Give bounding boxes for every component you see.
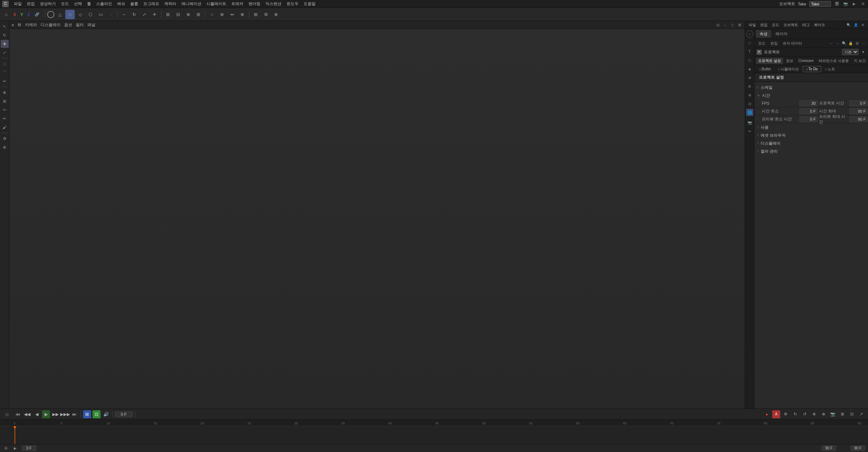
note-tab-todo[interactable]: □To Do xyxy=(803,66,821,72)
menu-edit[interactable]: 편집 xyxy=(27,1,35,7)
toolbar-icon-home[interactable]: ⌂ xyxy=(1,10,11,19)
tl-prev-btn[interactable]: ◀◀ xyxy=(23,410,31,418)
tl-corner-icon[interactable]: ◇ xyxy=(3,410,11,418)
tl-current-frame-input[interactable] xyxy=(115,411,133,417)
section-tab-reference[interactable]: 레퍼런스로 사용중 xyxy=(816,58,851,64)
spline-mode-btn[interactable]: ◇ xyxy=(75,10,85,19)
section-color-header[interactable]: › 컬러 관리 xyxy=(754,147,868,155)
tl-prev-frame-btn[interactable]: ◀ xyxy=(33,410,41,418)
note-tab-bullet[interactable]: □Bullet xyxy=(756,66,774,72)
rp-icon-tag[interactable]: ⊗ xyxy=(746,91,753,99)
tool-box[interactable]: □ xyxy=(1,60,9,68)
rp-icon-camera2[interactable]: 🌐 xyxy=(746,109,753,116)
nav-lock-icon[interactable]: 🔒 xyxy=(848,41,853,46)
menu-mograph[interactable]: 모그래프 xyxy=(143,1,159,7)
rp-menu-tag[interactable]: 태그 xyxy=(801,22,811,28)
app-icon[interactable]: C xyxy=(2,1,9,7)
tool-4[interactable]: ⊞ xyxy=(1,97,9,105)
menu-tools[interactable]: 툴 xyxy=(87,1,91,7)
local-space-btn[interactable]: ⊟ xyxy=(173,10,183,19)
menu-help[interactable]: 도움말 xyxy=(304,1,316,7)
rotate-tool-btn[interactable]: ↻ xyxy=(129,10,139,19)
rp-menu-mode[interactable]: 모드 xyxy=(770,22,781,28)
tool-5[interactable]: ✄ xyxy=(1,106,9,114)
tl-play-btn[interactable]: ▶ xyxy=(42,410,50,418)
project-more-icon[interactable]: ▼ xyxy=(861,50,866,55)
menu-spline[interactable]: 스플라인 xyxy=(96,1,112,7)
render-icon[interactable]: 🎬 xyxy=(834,1,840,7)
vp-icon-4[interactable]: ⊞ xyxy=(737,22,742,28)
tl-preview-end-input[interactable] xyxy=(851,445,865,451)
tl-end-frame-input[interactable] xyxy=(822,445,836,451)
rp-settings-icon[interactable]: ⚙ xyxy=(860,22,866,28)
move-tool-btn[interactable]: ↔ xyxy=(119,10,129,19)
tab-properties[interactable]: 속성 xyxy=(756,30,771,38)
tl-icon-1[interactable]: ↻ xyxy=(791,410,799,418)
vp-icon-3[interactable]: □ xyxy=(729,22,735,28)
tool-paint[interactable]: ✏ xyxy=(1,77,9,85)
brush-btn[interactable]: ⊕ xyxy=(217,10,227,19)
rp-icon-render2[interactable]: 📷 xyxy=(746,119,753,126)
note-tab-simulation[interactable]: □시뮬레이션 xyxy=(775,66,802,73)
tl-icon-6[interactable]: ⊞ xyxy=(838,410,846,418)
rp-icon-deform[interactable]: ⊡ xyxy=(746,100,753,107)
tl-bottom-icon2[interactable]: ▶ xyxy=(12,445,18,451)
rp-icon-object[interactable]: ○ xyxy=(746,30,753,38)
rp-icon-anim[interactable]: ✏ xyxy=(746,128,753,135)
tool-rotate[interactable]: ↻ xyxy=(1,31,9,39)
rp-icon-text[interactable]: T xyxy=(746,48,753,55)
tl-icon-5[interactable]: 📷 xyxy=(829,410,837,418)
tl-icon-3[interactable]: ⊕ xyxy=(810,410,818,418)
tl-goto-end-btn[interactable]: ⏭ xyxy=(70,410,78,418)
x-axis-btn[interactable]: X xyxy=(12,12,18,17)
edge-mode-btn[interactable]: ▭ xyxy=(96,10,105,19)
nav-search-icon[interactable]: 🔍 xyxy=(841,41,847,46)
menu-simulate[interactable]: 시뮬레이트 xyxy=(206,1,226,7)
vp-menu-panel[interactable]: 패널 xyxy=(87,22,95,28)
menu-render[interactable]: 렌더링 xyxy=(248,1,260,7)
vp-icon-2[interactable]: ↓ xyxy=(722,22,728,28)
rp-icon-cube[interactable]: □ xyxy=(746,39,753,46)
time-max-value[interactable] xyxy=(850,108,868,114)
section-tab-project[interactable]: 프로젝트 설정 xyxy=(756,58,783,64)
rp-search-icon[interactable]: 🔍 xyxy=(846,22,851,28)
menu-extension[interactable]: 익스텐션 xyxy=(266,1,281,7)
render3-icon[interactable]: ▶ xyxy=(851,1,857,7)
vp-icon-1[interactable]: ◎ xyxy=(715,22,721,28)
tl-record-icon[interactable]: ● xyxy=(763,410,771,418)
tl-start-frame-input[interactable] xyxy=(22,445,36,451)
section-display-header[interactable]: › 디스플레이 xyxy=(754,139,868,147)
nav-more-icon[interactable]: ⋯ xyxy=(861,41,867,46)
vp-menu-camera[interactable]: 카메라 xyxy=(25,22,37,28)
y-axis-btn[interactable]: Y xyxy=(18,12,25,17)
rp-menu-bookmark[interactable]: 북마크 xyxy=(813,22,826,28)
section-tab-info[interactable]: 정보 xyxy=(784,58,795,64)
menu-volume[interactable]: 볼륨 xyxy=(130,1,138,7)
transform-tool-btn[interactable]: ✛ xyxy=(150,10,159,19)
menu-tracker[interactable]: 트래커 xyxy=(231,1,243,7)
tl-audio-btn[interactable]: 🔊 xyxy=(102,410,110,418)
tl-loop-btn[interactable]: ⊞ xyxy=(83,410,91,418)
rp-icon-material[interactable]: ◈ xyxy=(746,65,753,72)
nav-forward-arrow[interactable]: → xyxy=(835,41,840,46)
render2-icon[interactable]: 📷 xyxy=(843,1,848,7)
tl-goto-start-btn[interactable]: ⏮ xyxy=(14,410,22,418)
section-tab-cineware[interactable]: Cineware xyxy=(796,58,816,63)
section-time-header[interactable]: ∨ 시간 xyxy=(754,91,868,99)
vp-menu-filter[interactable]: 필터 xyxy=(76,22,84,28)
project-time-value[interactable] xyxy=(850,100,868,106)
quantize-btn[interactable]: ⊕ xyxy=(271,10,281,19)
section-scale-header[interactable]: › 스케일 xyxy=(754,83,868,91)
tl-next-frame-btn[interactable]: ▶▶ xyxy=(52,410,59,418)
preview-min-value[interactable] xyxy=(799,116,818,122)
tl-next-btn[interactable]: ▶▶▶ xyxy=(61,410,69,418)
vp-menu-icon[interactable]: ≡ xyxy=(12,23,14,27)
tl-icon-4[interactable]: ⊗ xyxy=(819,410,827,418)
tool-lasso[interactable]: ⌒ xyxy=(1,69,9,76)
tl-icon-7[interactable]: ⊡ xyxy=(848,410,856,418)
rp-user-icon[interactable]: 👤 xyxy=(853,22,859,28)
project-dropdown[interactable]: 기본 xyxy=(842,49,859,55)
tl-settings-icon[interactable]: ⚙ xyxy=(782,410,790,418)
preview-max-value[interactable] xyxy=(850,116,868,122)
texture-mode-btn[interactable]: △ xyxy=(55,10,65,19)
